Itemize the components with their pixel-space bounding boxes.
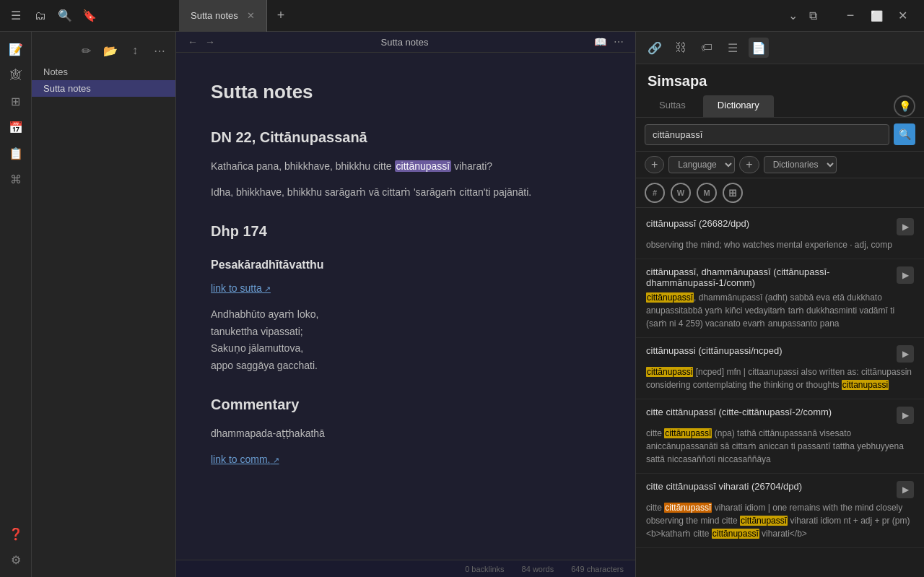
entry-5-highlight3: cittānupassī	[712, 529, 759, 539]
sidebar-icon-notes[interactable]: 📝	[4, 38, 27, 61]
link-sutta-anchor[interactable]: link to sutta	[211, 282, 271, 294]
m-filter-button[interactable]: M	[697, 183, 717, 203]
tab-suttas[interactable]: Suttas	[645, 95, 700, 117]
dict-entry-1: cittānupassī (26682/dpd) ▶ observing the…	[636, 211, 924, 259]
search-row: 🔍	[636, 118, 924, 152]
entry-3-highlight2: cittanupassi	[842, 380, 889, 390]
entry-1-title: cittānupassī (26682/dpd)	[646, 218, 749, 229]
close-button[interactable]: ✕	[892, 6, 912, 26]
word-count: 84 words	[522, 565, 554, 573]
sidebar-icon-terminal[interactable]: ⌘	[4, 168, 27, 191]
search-button[interactable]: 🔍	[894, 123, 915, 145]
dict-entry-2: cittānupassī, dhammānupassī (cittānupass…	[636, 259, 924, 338]
filter-row: + Language + Dictionaries	[636, 152, 924, 178]
backlinks-count: 0 backlinks	[465, 565, 504, 573]
nav-back-button[interactable]: ←	[188, 36, 198, 48]
add-dict-button[interactable]: +	[739, 156, 759, 173]
entry-1-def: observing the mind; who watches mental e…	[646, 238, 914, 251]
right-panel: 🔗 ⛓ 🏷 ☰ 📄 Simsapa Suttas Dictionary 💡 🔍	[635, 32, 924, 577]
tab-dictionary[interactable]: Dictionary	[703, 95, 774, 117]
tab-label: Sutta notes	[191, 10, 238, 21]
char-count: 649 characters	[571, 565, 624, 573]
dict-entry-3: cittānupassi (cittānupassi/ncped) ▶ citt…	[636, 338, 924, 399]
editor-toolbar: ← → Sutta notes 📖 ⋯	[176, 32, 635, 53]
tree-item-notes[interactable]: Notes	[32, 64, 175, 80]
sidebar-icon-calendar[interactable]: 📅	[4, 116, 27, 139]
tab-sutta-notes[interactable]: Sutta notes ✕	[179, 0, 267, 32]
add-filter-button[interactable]: +	[645, 156, 664, 173]
more-options-icon[interactable]: ⋯	[614, 36, 624, 48]
open-folder-icon[interactable]: 📂	[100, 40, 121, 61]
entry-4-play-button[interactable]: ▶	[897, 407, 914, 424]
sidebar-icon-copy[interactable]: 📋	[4, 142, 27, 165]
section-heading-dn22: DN 22, Cittānupassanā	[211, 125, 601, 149]
sidebar-toggle-icon[interactable]: ☰	[6, 6, 26, 26]
bulb-icon[interactable]: 💡	[894, 95, 915, 117]
section-heading-commentary: Commentary	[211, 392, 601, 417]
search-icon[interactable]: 🔍	[55, 6, 75, 26]
dictionaries-dropdown[interactable]: Dictionaries	[764, 156, 837, 173]
entry-2-play-button[interactable]: ▶	[897, 266, 914, 284]
sidebar-icon-graph[interactable]: 🕸	[4, 64, 27, 87]
poem-text: Andhabhūto ayaṁ loko, tanukettha vipassa…	[211, 306, 601, 375]
entry-3-def: cittānupassi [ncped] mfn | cittaanupassi…	[646, 365, 914, 391]
sidebar-icon-help[interactable]: ❓	[4, 522, 27, 545]
entry-1-play-button[interactable]: ▶	[897, 218, 914, 235]
tab-close-icon[interactable]: ✕	[247, 10, 255, 21]
dict-entry-4: citte cittānupassī (citte-cittānupassī-2…	[636, 399, 924, 474]
chain-icon[interactable]: ⛓	[671, 38, 691, 58]
link-comm-anchor[interactable]: link to comm.	[211, 454, 279, 465]
paragraph-2: Idha, bhikkhave, bhikkhu sarāgaṁ vā citt…	[211, 184, 601, 201]
entry-5-highlight1: cittānupassī	[664, 503, 712, 513]
dhammapada-ref: dhammapada-aṭṭhakathā	[211, 425, 601, 443]
sidebar-icon-grid[interactable]: ⊞	[4, 90, 27, 113]
w-filter-button[interactable]: W	[671, 183, 691, 203]
grid-filter-button[interactable]: ⊞	[723, 183, 743, 203]
entry-5-play-button[interactable]: ▶	[897, 481, 914, 498]
right-panel-toolbar: 🔗 ⛓ 🏷 ☰ 📄	[636, 32, 924, 64]
link-icon[interactable]: 🔗	[645, 38, 665, 58]
entry-3-title: cittānupassi (cittānupassi/ncped)	[646, 345, 783, 356]
list-icon[interactable]: ☰	[723, 38, 743, 58]
entry-5-highlight2: cittānupassī	[740, 516, 788, 526]
link-to-comm[interactable]: link to comm.	[211, 451, 601, 469]
bookmark-icon[interactable]: 🔖	[79, 6, 100, 26]
sidebar-icons: 📝 🕸 ⊞ 📅 📋 ⌘ ❓ ⚙	[0, 32, 32, 577]
new-note-icon[interactable]: ✏	[76, 40, 96, 61]
file-tree-actions: ✏ 📂 ↕ ⋯	[38, 40, 170, 61]
maximize-button[interactable]: ⬜	[866, 6, 886, 26]
status-bar: 0 backlinks 84 words 649 characters	[176, 560, 635, 577]
minimize-button[interactable]: −	[840, 6, 860, 26]
tag-icon[interactable]: 🏷	[697, 38, 717, 58]
highlight-cittanupassi: cittānupassī	[395, 160, 452, 172]
link-to-sutta[interactable]: link to sutta	[211, 280, 601, 298]
entry-4-highlight: cittānupassī	[664, 428, 712, 438]
dictionary-search-input[interactable]	[645, 124, 889, 145]
entry-3-play-button[interactable]: ▶	[897, 345, 914, 363]
dictionary-results: cittānupassī (26682/dpd) ▶ observing the…	[636, 208, 924, 577]
file-browser-icon[interactable]: 🗂	[30, 6, 51, 26]
entry-4-def: citte cittānupassī (npa) tathā cittānupa…	[646, 427, 914, 466]
editor-note-title: Sutta notes	[222, 37, 587, 48]
tab-add-button[interactable]: +	[267, 0, 295, 32]
document-icon[interactable]: 📄	[749, 38, 769, 58]
tree-item-sutta-notes[interactable]: Sutta notes	[32, 80, 175, 97]
language-dropdown[interactable]: Language	[668, 156, 735, 173]
entry-3-highlight1: cittānupassi	[646, 367, 693, 377]
reading-mode-icon[interactable]: 📖	[594, 36, 606, 48]
circle-filters: # W M ⊞	[636, 178, 924, 208]
sidebar-icon-settings[interactable]: ⚙	[4, 548, 27, 571]
editor-area: ← → Sutta notes 📖 ⋯ Sutta notes DN 22, C…	[176, 32, 635, 577]
file-tree-panel: ✏ 📂 ↕ ⋯ Notes Sutta notes	[32, 32, 176, 577]
nav-forward-button[interactable]: →	[205, 36, 215, 48]
dropdown-icon[interactable]: ⌄	[783, 6, 803, 26]
more-icon[interactable]: ⋯	[149, 40, 170, 61]
panel-tabs: Suttas Dictionary 💡	[636, 95, 924, 118]
split-view-icon[interactable]: ⧉	[803, 6, 823, 26]
hash-filter-button[interactable]: #	[645, 183, 665, 203]
sort-icon[interactable]: ↕	[125, 40, 145, 61]
panel-title: Simsapa	[636, 64, 924, 95]
entry-2-highlight: cittānupassī	[646, 292, 694, 303]
editor-content[interactable]: Sutta notes DN 22, Cittānupassanā Kathañ…	[176, 53, 635, 560]
subheading-pesak: Pesakāradhītāvatthu	[211, 255, 601, 274]
